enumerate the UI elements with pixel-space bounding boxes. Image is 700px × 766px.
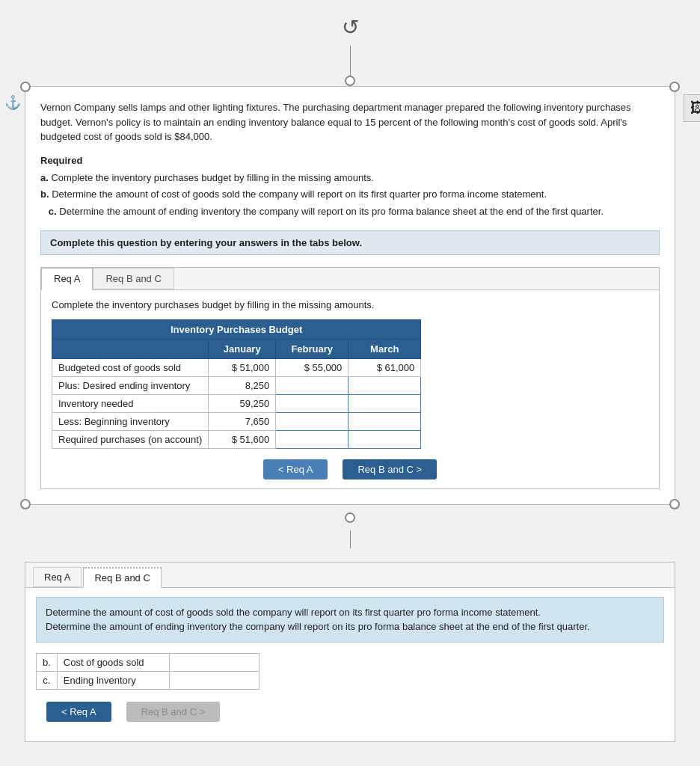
- corner-br: [669, 499, 680, 509]
- col-header-jan: January: [209, 339, 276, 358]
- second-tab-req-a[interactable]: Req A: [33, 567, 82, 587]
- prev-button-1[interactable]: < Req A: [263, 459, 328, 479]
- cell-invneeded-mar: [349, 394, 421, 412]
- next-button-1[interactable]: Req B and C >: [343, 459, 437, 479]
- task-a: a. Complete the inventory purchases budg…: [40, 171, 660, 186]
- row-b-label: Cost of goods sold: [57, 653, 169, 671]
- info-bar: Complete this question by entering your …: [40, 230, 660, 255]
- cell-endinv-jan: 8,250: [209, 376, 276, 394]
- task-c: c. Determine the amount of ending invent…: [40, 204, 660, 220]
- tab-header-1: Req A Req B and C: [41, 268, 659, 290]
- bottom-nav-buttons: < Req A Req B and C >: [36, 702, 664, 732]
- input-ending-inventory[interactable]: [176, 675, 251, 686]
- next-button-2: Req B and C >: [126, 702, 221, 722]
- connector-line-top: [350, 46, 351, 76]
- row-c-label: Ending inventory: [57, 671, 169, 689]
- tab-req-bc[interactable]: Req B and C: [93, 268, 174, 289]
- table-row: c. Ending inventory: [37, 671, 260, 689]
- cell-reqpur-feb: [276, 430, 349, 448]
- task-b-letter: b.: [40, 189, 49, 200]
- task-list: a. Complete the inventory purchases budg…: [40, 171, 660, 220]
- cell-cogs-mar: $ 61,000: [349, 358, 421, 376]
- req-bc-instruction: Determine the amount of cost of goods so…: [36, 597, 664, 643]
- cell-endinv-mar: [349, 376, 421, 394]
- row-b-letter: b.: [37, 653, 58, 671]
- tab-req-a[interactable]: Req A: [41, 268, 93, 290]
- nav-buttons-1: < Req A Req B and C >: [52, 459, 648, 479]
- row-label-beg-inv: Less: Beginning inventory: [52, 412, 209, 430]
- tab-section-1: Req A Req B and C Complete the inventory…: [40, 267, 660, 489]
- cell-reqpur-mar: [349, 430, 421, 448]
- row-c-letter: c.: [37, 671, 58, 689]
- cell-invneeded-jan: 59,250: [209, 394, 276, 412]
- budget-table-wrapper: Inventory Purchases Budget January Febru…: [52, 319, 648, 449]
- req-bc-table: b. Cost of goods sold c. Ending inventor…: [36, 653, 260, 690]
- right-panel: 🖼: [684, 94, 700, 122]
- row-c-input-cell: [169, 671, 259, 689]
- task-c-letter: c.: [49, 206, 57, 217]
- col-header-feb: February: [276, 339, 349, 358]
- task-a-letter: a.: [40, 172, 49, 183]
- main-card: ⚓ 🖼 Vernon Company sells lamps and other…: [25, 86, 675, 505]
- tab-content-req-a: Complete the inventory purchases budget …: [41, 290, 659, 488]
- cell-cogs-jan: $ 51,000: [209, 358, 276, 376]
- cell-beginv-mar: [349, 412, 421, 430]
- table-row: Inventory needed 59,250: [52, 394, 421, 412]
- col-header-mar: March: [349, 339, 421, 358]
- corner-bl: [20, 499, 31, 509]
- row-label-req-purchases: Required purchases (on account): [52, 430, 209, 448]
- input-cogs[interactable]: [176, 657, 251, 668]
- prev-button-2[interactable]: < Req A: [46, 702, 111, 722]
- required-label: Required: [40, 155, 660, 166]
- task-b: b. Determine the amount of cost of goods…: [40, 187, 660, 203]
- input-reqpur-mar[interactable]: [354, 434, 414, 445]
- connector-dot-mid: [345, 512, 355, 523]
- corner-tr: [669, 82, 680, 92]
- anchor-icon: ⚓: [4, 94, 21, 111]
- input-endinv-feb[interactable]: [282, 380, 342, 391]
- table-row: Less: Beginning inventory 7,650: [52, 412, 421, 430]
- table-row: Plus: Desired ending inventory 8,250: [52, 376, 421, 394]
- table-row: Required purchases (on account) $ 51,600: [52, 430, 421, 448]
- input-endinv-mar[interactable]: [354, 380, 414, 391]
- row-label-ending-inv: Plus: Desired ending inventory: [52, 376, 209, 394]
- table-row: b. Cost of goods sold: [37, 653, 260, 671]
- second-card: Req A Req B and C Determine the amount o…: [25, 562, 675, 742]
- connector-dot-top: [345, 76, 355, 86]
- table-main-header: Inventory Purchases Budget: [52, 319, 421, 339]
- input-invneeded-feb[interactable]: [282, 398, 342, 409]
- cell-endinv-feb: [276, 376, 349, 394]
- cell-beginv-feb: [276, 412, 349, 430]
- table-row: Budgeted cost of goods sold $ 51,000 $ 5…: [52, 358, 421, 376]
- input-beginv-feb[interactable]: [282, 416, 342, 427]
- row-label-inv-needed: Inventory needed: [52, 394, 209, 412]
- input-beginv-mar[interactable]: [354, 416, 414, 427]
- budget-table: Inventory Purchases Budget January Febru…: [52, 319, 421, 449]
- cell-reqpur-jan: $ 51,600: [209, 430, 276, 448]
- refresh-icon: ↺: [342, 15, 359, 40]
- panel-icon: 🖼: [690, 99, 700, 117]
- second-tab-req-bc[interactable]: Req B and C: [83, 567, 161, 588]
- cell-beginv-jan: 7,650: [209, 412, 276, 430]
- row-label-cogs: Budgeted cost of goods sold: [52, 358, 209, 376]
- second-tab-content-bc: Determine the amount of cost of goods so…: [25, 588, 675, 741]
- connector-line-mid: [350, 530, 351, 548]
- input-invneeded-mar[interactable]: [354, 398, 414, 409]
- corner-tl: [20, 82, 31, 92]
- cell-invneeded-feb: [276, 394, 349, 412]
- input-reqpur-feb[interactable]: [282, 434, 342, 445]
- cell-cogs-feb: $ 55,000: [276, 358, 349, 376]
- row-b-input-cell: [169, 653, 259, 671]
- intro-text: Vernon Company sells lamps and other lig…: [40, 100, 660, 144]
- second-tab-header: Req A Req B and C: [25, 563, 675, 588]
- col-header-label: [52, 339, 209, 358]
- tab-instruction: Complete the inventory purchases budget …: [52, 299, 648, 310]
